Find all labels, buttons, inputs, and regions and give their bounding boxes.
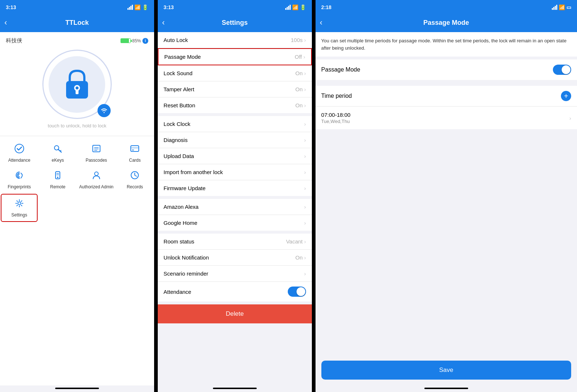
menu-item-settings[interactable]: Settings [1,194,38,222]
page-title-3: Passage Mode [423,19,469,27]
signal-icon-3 [552,5,557,10]
passage-body: You can set multiple time periods for pa… [316,32,577,385]
battery-fill [121,39,129,43]
settings-row-scenario-reminder[interactable]: Scenario reminder › [158,266,312,282]
battery-indicator: 85% i [121,38,148,44]
home-indicator-1 [55,388,99,389]
status-icons-1: 📶 🔋 [127,4,148,10]
signal-icon-1 [127,5,133,10]
attendance-label: Attendance [8,158,30,163]
lock-sound-value: On › [295,70,306,76]
lock-sound-chevron: › [304,70,306,76]
status-bar-1: 3:13 📶 🔋 [0,0,154,13]
amazon-alexa-chevron: › [304,204,306,210]
auto-lock-val-text: 100s [291,37,303,43]
reset-button-chevron: › [304,102,306,108]
reset-button-label: Reset Button [164,102,195,108]
passage-mode-toggle-knob [562,65,570,74]
menu-item-records[interactable]: Records [115,166,154,193]
room-status-label: Room status [164,238,194,245]
fingerprints-label: Fingerprints [8,184,31,189]
panel1-body: 科技侠 85% i [0,32,154,385]
settings-label: Settings [11,212,27,218]
ekeys-label: eKeys [52,158,64,163]
passage-mode-label: Passage Mode [164,54,201,60]
time-3: 2:18 [321,4,332,10]
passage-description: You can set multiple time periods for pa… [316,32,577,57]
settings-group-1: Auto Lock 100s › Passage Mode Off › Lock… [158,32,312,113]
lock-circle-area[interactable] [41,48,114,121]
settings-row-firmware-update[interactable]: Firmware Update › [158,180,312,196]
attendance-toggle[interactable] [288,287,306,297]
back-button-2[interactable]: ‹ [162,18,165,27]
top-bar-3: ‹ Passage Mode [316,13,577,32]
settings-row-diagnosis[interactable]: Diagnosis › [158,132,312,148]
save-button[interactable]: Save [321,361,571,380]
menu-item-ekeys[interactable]: eKeys [38,140,77,166]
menu-item-passcodes[interactable]: Passcodes [77,140,116,166]
passage-spacer [316,129,577,361]
diagnosis-chevron: › [304,137,306,143]
time-days-0: Tue,Wed,Thu [321,119,351,124]
authorized-admin-label: Authorized Admin [79,184,114,189]
unlock-notification-val-text: On [295,254,303,261]
cards-icon [130,143,140,156]
page-title-1: TTLock [65,19,89,27]
settings-group-3: Amazon Alexa › Google Home › [158,199,312,231]
google-home-label: Google Home [164,220,198,226]
svg-point-17 [95,172,98,176]
info-icon[interactable]: i [142,38,148,44]
records-label: Records [127,184,143,189]
settings-row-import-lock[interactable]: Import from another lock › [158,164,312,180]
room-status-val-text: Vacant [286,238,303,245]
passcodes-label: Passcodes [85,158,107,163]
unlock-notification-chevron: › [304,254,306,261]
settings-body: Auto Lock 100s › Passage Mode Off › Lock… [158,32,312,385]
lock-header-row: 科技侠 85% i [0,37,154,48]
menu-item-attendance[interactable]: Attendance [0,140,38,166]
import-lock-label: Import from another lock [164,169,223,175]
diagnosis-label: Diagnosis [164,137,188,143]
menu-item-fingerprints[interactable]: Fingerprints [0,166,38,193]
settings-row-amazon-alexa[interactable]: Amazon Alexa › [158,199,312,215]
attendance-toggle-knob [297,287,305,296]
passage-mode-value: Off › [295,54,305,60]
settings-row-google-home[interactable]: Google Home › [158,215,312,231]
lock-info-area: 科技侠 85% i [0,32,154,136]
passage-mode-toggle[interactable] [553,65,571,75]
wifi-badge [98,104,111,117]
settings-row-lock-clock[interactable]: Lock Clock › [158,116,312,132]
battery-icon-1: 🔋 [142,4,148,10]
menu-item-authorized-admin[interactable]: Authorized Admin [77,166,116,193]
home-indicator-3 [424,388,468,389]
attendance-icon [14,143,24,156]
settings-row-auto-lock[interactable]: Auto Lock 100s › [158,32,312,48]
back-button-1[interactable]: ‹ [4,18,7,27]
delete-button[interactable]: Delete [158,304,312,323]
settings-row-unlock-notification[interactable]: Unlock Notification On › [158,250,312,266]
add-time-period-button[interactable]: + [561,91,571,101]
back-button-3[interactable]: ‹ [320,18,322,27]
room-status-chevron: › [304,238,306,245]
upload-data-chevron: › [304,153,306,159]
time-range-0: 07:00-18:00 [321,112,351,118]
settings-row-passage-mode[interactable]: Passage Mode Off › [158,48,312,65]
settings-row-tamper-alert[interactable]: Tamper Alert On › [158,81,312,97]
authorized-admin-icon [91,170,102,183]
settings-row-room-status[interactable]: Room status Vacant › [158,234,312,250]
settings-row-lock-sound[interactable]: Lock Sound On › [158,65,312,81]
settings-group-2: Lock Clock › Diagnosis › Upload Data › I… [158,116,312,196]
page-title-2: Settings [222,19,248,27]
passage-mode-toggle-row: Passage Mode [316,59,577,80]
battery-bar [121,38,131,43]
svg-rect-12 [132,150,134,150]
settings-row-attendance[interactable]: Attendance [158,282,312,301]
settings-row-reset-button[interactable]: Reset Button On › [158,97,312,113]
signal-icon-2 [285,5,291,10]
menu-item-cards[interactable]: Cards [115,140,154,166]
time-period-label: Time period [321,93,352,99]
time-entry-row-0[interactable]: 07:00-18:00 Tue,Wed,Thu › [316,107,577,129]
wifi-icon-1: 📶 [134,4,141,10]
menu-item-remote[interactable]: Remote [38,166,77,193]
settings-row-upload-data[interactable]: Upload Data › [158,148,312,164]
